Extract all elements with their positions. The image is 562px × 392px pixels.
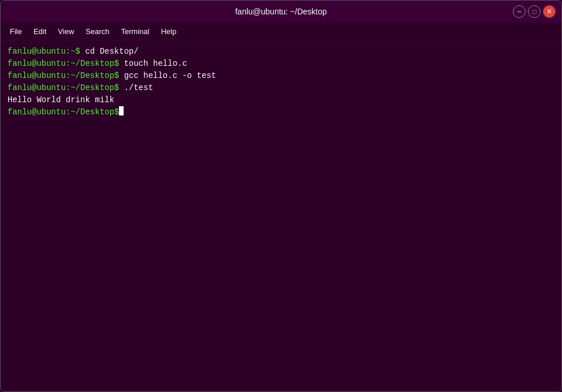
menu-search[interactable]: Search [81, 25, 114, 38]
terminal-line-1: fanlu@ubuntu:~$ cd Desktop/ [8, 46, 554, 58]
terminal-line-3: fanlu@ubuntu:~/Desktop$ gcc hello.c -o t… [8, 70, 554, 82]
maximize-button[interactable]: □ [528, 5, 541, 18]
command-2: touch hello.c [119, 58, 187, 70]
last-prompt: fanlu@ubuntu:~/Desktop$ [8, 106, 119, 118]
window-title: fanlu@ubuntu: ~/Desktop [235, 7, 327, 16]
menu-file[interactable]: File [5, 25, 27, 38]
prompt-3: fanlu@ubuntu:~/Desktop$ [8, 70, 119, 82]
menu-terminal[interactable]: Terminal [117, 25, 154, 38]
command-3: gcc hello.c -o test [119, 70, 216, 82]
close-button[interactable]: ✕ [543, 5, 556, 18]
terminal-line-2: fanlu@ubuntu:~/Desktop$ touch hello.c [8, 58, 554, 70]
terminal-last-line: fanlu@ubuntu:~/Desktop$ [8, 106, 554, 118]
prompt-1: fanlu@ubuntu:~$ [8, 46, 80, 58]
window-controls: − □ ✕ [513, 5, 556, 18]
menubar: File Edit View Search Terminal Help [1, 23, 561, 41]
minimize-button[interactable]: − [513, 5, 526, 18]
output-text: Hello World drink milk [8, 94, 114, 106]
prompt-2: fanlu@ubuntu:~/Desktop$ [8, 58, 119, 70]
menu-view[interactable]: View [53, 25, 79, 38]
terminal-body[interactable]: fanlu@ubuntu:~$ cd Desktop/ fanlu@ubuntu… [1, 41, 561, 391]
menu-edit[interactable]: Edit [29, 25, 51, 38]
command-1: cd Desktop/ [80, 46, 139, 58]
prompt-4: fanlu@ubuntu:~/Desktop$ [8, 82, 119, 94]
command-4: ./test [119, 82, 153, 94]
titlebar: fanlu@ubuntu: ~/Desktop − □ ✕ [1, 1, 561, 23]
terminal-line-4: fanlu@ubuntu:~/Desktop$ ./test [8, 82, 554, 94]
terminal-output-line: Hello World drink milk [8, 94, 554, 106]
cursor [119, 106, 124, 115]
menu-help[interactable]: Help [157, 25, 181, 38]
terminal-window: fanlu@ubuntu: ~/Desktop − □ ✕ File Edit … [0, 0, 562, 392]
